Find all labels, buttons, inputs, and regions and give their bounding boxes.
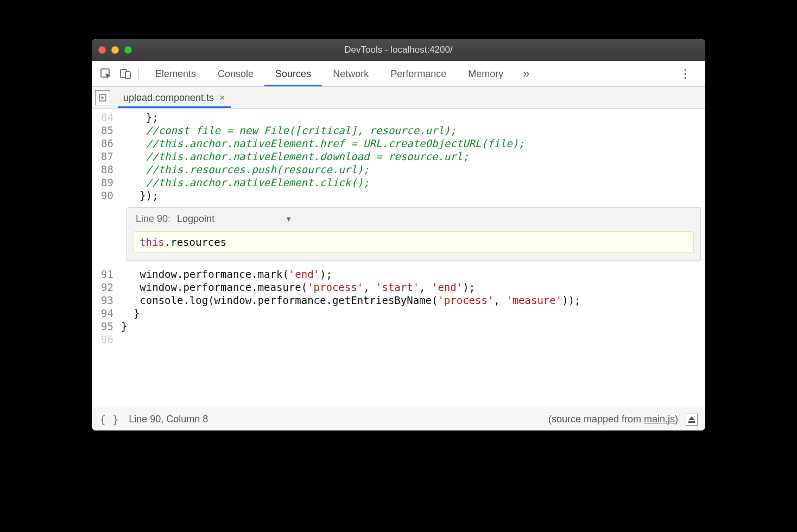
file-tab-bar: upload.component.ts × bbox=[92, 87, 705, 109]
line-number[interactable]: 90 bbox=[92, 189, 113, 202]
code-line[interactable] bbox=[121, 333, 705, 346]
code-line[interactable]: //const file = new File([critical], reso… bbox=[121, 124, 705, 137]
expr-keyword: this bbox=[140, 236, 165, 248]
code-line[interactable]: } bbox=[121, 307, 705, 320]
tab-sources[interactable]: Sources bbox=[264, 62, 322, 86]
code-line[interactable]: //this.anchor.nativeElement.click(); bbox=[121, 176, 705, 189]
code-line[interactable]: //this.anchor.nativeElement.download = r… bbox=[121, 150, 705, 163]
logpoint-line-label: Line 90: bbox=[136, 213, 170, 225]
source-map-link[interactable]: main.js bbox=[644, 414, 675, 425]
file-tab[interactable]: upload.component.ts × bbox=[118, 88, 231, 107]
line-number[interactable]: 95 bbox=[92, 320, 113, 333]
source-map-info: (source mapped from main.js) bbox=[548, 414, 678, 425]
tab-console[interactable]: Console bbox=[207, 62, 264, 86]
code-editor[interactable]: 84858687888990 }; //const file = new Fil… bbox=[92, 109, 705, 204]
code-line[interactable]: //this.anchor.nativeElement.href = URL.c… bbox=[121, 137, 705, 150]
line-number[interactable]: 94 bbox=[92, 307, 113, 320]
code-line[interactable]: console.log(window.performance.getEntrie… bbox=[121, 294, 705, 307]
close-window-button[interactable] bbox=[98, 46, 106, 54]
line-number[interactable]: 86 bbox=[92, 137, 113, 150]
tab-performance[interactable]: Performance bbox=[379, 62, 457, 86]
devtools-toolbar: ElementsConsoleSourcesNetworkPerformance… bbox=[92, 61, 705, 87]
breakpoint-type-select[interactable]: Logpoint ▼ bbox=[177, 213, 292, 225]
minimize-window-button[interactable] bbox=[111, 46, 119, 54]
logpoint-panel: Line 90: Logpoint ▼ this.resources bbox=[126, 207, 701, 261]
tab-memory[interactable]: Memory bbox=[457, 62, 514, 86]
file-tab-label: upload.component.ts bbox=[123, 92, 214, 104]
code-line[interactable]: } bbox=[121, 320, 705, 333]
line-gutter[interactable]: 919293949596 bbox=[92, 265, 118, 348]
code-line[interactable]: window.performance.mark('end'); bbox=[121, 268, 705, 281]
code-line[interactable]: window.performance.measure('process', 's… bbox=[121, 281, 705, 294]
line-number[interactable]: 93 bbox=[92, 294, 113, 307]
separator bbox=[138, 67, 139, 81]
tab-elements[interactable]: Elements bbox=[144, 62, 207, 86]
window-controls bbox=[98, 46, 132, 54]
tab-network[interactable]: Network bbox=[322, 62, 379, 86]
line-number[interactable]: 92 bbox=[92, 281, 113, 294]
kebab-menu-icon[interactable]: ⋮ bbox=[676, 64, 695, 84]
line-number[interactable]: 85 bbox=[92, 124, 113, 137]
inspect-element-icon[interactable] bbox=[96, 64, 116, 84]
window-title: DevTools - localhost:4200/ bbox=[92, 45, 705, 55]
panel-tabs: ElementsConsoleSourcesNetworkPerformance… bbox=[144, 62, 514, 86]
status-bar: { } Line 90, Column 8 (source mapped fro… bbox=[92, 408, 705, 430]
line-number[interactable]: 88 bbox=[92, 163, 113, 176]
line-number[interactable]: 96 bbox=[92, 333, 113, 346]
svg-rect-2 bbox=[125, 72, 130, 79]
titlebar: DevTools - localhost:4200/ bbox=[92, 39, 705, 61]
code-line[interactable]: }); bbox=[121, 189, 705, 202]
line-number[interactable]: 89 bbox=[92, 176, 113, 189]
cursor-position: Line 90, Column 8 bbox=[129, 414, 208, 425]
chevron-down-icon: ▼ bbox=[285, 215, 292, 223]
device-toolbar-icon[interactable] bbox=[116, 64, 135, 84]
navigator-toggle-icon[interactable] bbox=[95, 90, 110, 105]
code-area[interactable]: }; //const file = new File([critical], r… bbox=[118, 109, 705, 204]
expr-rest: .resources bbox=[165, 236, 226, 248]
pretty-print-icon[interactable]: { } bbox=[99, 413, 119, 426]
devtools-window: DevTools - localhost:4200/ ElementsConso… bbox=[92, 39, 705, 430]
line-number[interactable]: 87 bbox=[92, 150, 113, 163]
code-area[interactable]: window.performance.mark('end'); window.p… bbox=[118, 265, 705, 348]
show-drawer-icon[interactable] bbox=[686, 414, 698, 426]
code-line[interactable]: //this.resources.push(resource.url); bbox=[121, 163, 705, 176]
close-tab-icon[interactable]: × bbox=[219, 92, 225, 104]
code-editor[interactable]: 919293949596 window.performance.mark('en… bbox=[92, 265, 705, 348]
line-number[interactable]: 91 bbox=[92, 268, 113, 281]
code-line[interactable]: }; bbox=[121, 111, 705, 124]
line-number[interactable]: 84 bbox=[92, 111, 113, 124]
zoom-window-button[interactable] bbox=[124, 46, 132, 54]
more-panels-icon[interactable]: » bbox=[516, 64, 536, 84]
line-gutter[interactable]: 84858687888990 bbox=[92, 109, 118, 204]
logpoint-expression-input[interactable]: this.resources bbox=[134, 231, 694, 253]
breakpoint-type-label: Logpoint bbox=[177, 213, 214, 225]
